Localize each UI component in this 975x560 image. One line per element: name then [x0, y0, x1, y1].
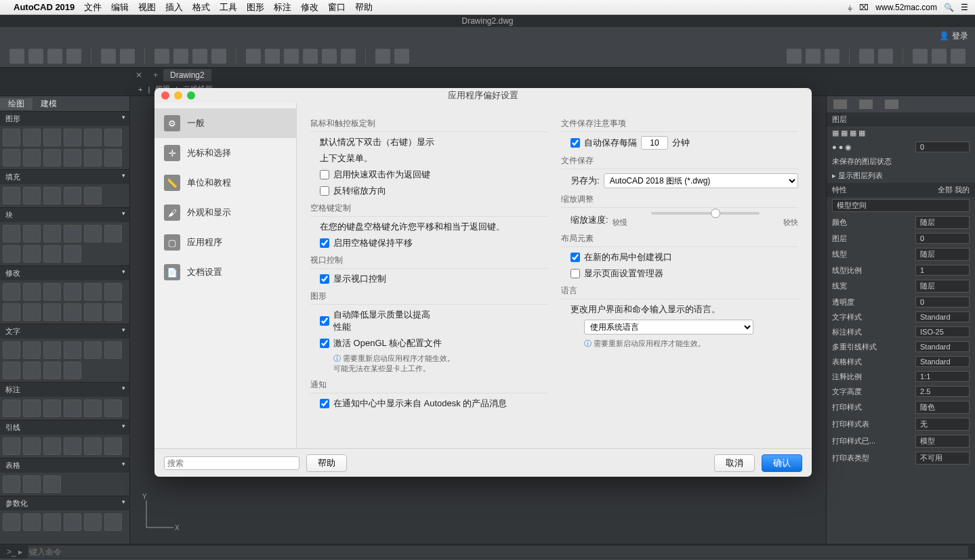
tool-icon[interactable] — [84, 283, 102, 301]
tool-r4-icon[interactable] — [859, 49, 874, 64]
rtab-icon[interactable] — [859, 100, 873, 109]
layer-zero[interactable]: ● ● ◉ — [832, 143, 852, 152]
tool-icon[interactable] — [104, 437, 122, 455]
tool-icon[interactable] — [104, 129, 122, 146]
cb-page-setup[interactable] — [571, 269, 580, 278]
tool-icon[interactable] — [23, 437, 41, 455]
tool-icon[interactable] — [84, 303, 102, 321]
tool-r3-icon[interactable] — [825, 49, 839, 64]
tool-new-icon[interactable] — [9, 49, 24, 64]
prop-val[interactable]: 2.5 — [915, 386, 970, 397]
layer-list-toggle[interactable]: ▸ 显示图层列表 — [832, 171, 883, 181]
tool-icon[interactable] — [64, 225, 81, 242]
tool-icon[interactable] — [84, 341, 102, 359]
tool-r6-icon[interactable] — [913, 49, 928, 64]
props-btn-my[interactable]: 我的 — [955, 186, 970, 194]
prop-val[interactable]: 随层 — [915, 280, 970, 293]
tool-icon[interactable] — [64, 245, 81, 263]
tool-icon[interactable] — [23, 225, 41, 242]
tool-icon[interactable] — [23, 475, 41, 493]
tool-paste2-icon[interactable] — [303, 49, 318, 64]
tool-icon[interactable] — [23, 362, 41, 379]
prop-val[interactable]: Standard — [915, 356, 970, 367]
tool-select-icon[interactable] — [375, 49, 390, 64]
tool-icon[interactable] — [43, 149, 61, 167]
new-tab-icon[interactable]: + — [148, 70, 163, 80]
tool-icon[interactable] — [64, 341, 81, 359]
cancel-button[interactable]: 取消 — [714, 454, 755, 472]
tool-icon[interactable] — [3, 225, 20, 242]
lsec-table[interactable]: 表格 — [0, 458, 129, 473]
tool-icon[interactable] — [3, 187, 20, 204]
tool-r2-icon[interactable] — [806, 49, 821, 64]
tool-icon[interactable] — [64, 400, 81, 417]
tool-icon[interactable] — [104, 513, 122, 531]
zoom-speed-slider[interactable] — [651, 212, 760, 215]
tool-icon[interactable] — [3, 149, 20, 167]
prop-val[interactable]: Standard — [915, 311, 970, 322]
tool-icon[interactable] — [43, 437, 61, 455]
props-btn-all[interactable]: 全部 — [938, 186, 953, 194]
lsec-fill[interactable]: 填充 — [0, 169, 129, 184]
tool-icon[interactable] — [84, 437, 102, 455]
prop-val[interactable]: 随色 — [915, 401, 970, 414]
prop-val[interactable]: 模型 — [915, 435, 970, 448]
lsec-leader[interactable]: 引线 — [0, 420, 129, 435]
tool-icon[interactable] — [3, 400, 20, 417]
tool-icon[interactable] — [23, 400, 41, 417]
menu-tools[interactable]: 工具 — [220, 1, 237, 14]
sidebar-item-doc[interactable]: 📄文档设置 — [154, 257, 296, 287]
prop-val[interactable]: 不可用 — [915, 452, 970, 465]
tool-print2-icon[interactable] — [173, 49, 188, 64]
tool-icon[interactable] — [3, 513, 20, 531]
tool-icon[interactable] — [43, 245, 61, 263]
cb-space-pan[interactable] — [320, 238, 329, 248]
tool-icon[interactable] — [23, 129, 41, 146]
command-input[interactable] — [28, 546, 968, 558]
menu-dim[interactable]: 标注 — [274, 1, 291, 14]
tool-icon[interactable] — [64, 303, 81, 321]
lsec-dim[interactable]: 标注 — [0, 382, 129, 397]
help-button[interactable]: 帮助 — [306, 454, 347, 472]
tool-icon[interactable] — [64, 437, 81, 455]
prefs-search-input[interactable] — [164, 456, 299, 470]
tool-icon[interactable] — [84, 225, 102, 242]
login-button[interactable]: 👤登录 — [939, 30, 968, 42]
tool-icon[interactable] — [23, 303, 41, 321]
viewtab-plus[interactable]: + — [133, 85, 148, 93]
menu-edit[interactable]: 编辑 — [111, 1, 129, 14]
saveas-format-select[interactable]: AutoCAD 2018 图纸 (*.dwg) — [604, 173, 798, 188]
tool-icon[interactable] — [104, 303, 122, 321]
tool-print3-icon[interactable] — [192, 49, 207, 64]
cb-opengl[interactable] — [320, 339, 329, 348]
tool-icon[interactable] — [43, 225, 61, 242]
wifi-icon[interactable]: ⏚ — [848, 3, 852, 12]
lsec-text[interactable]: 文字 — [0, 324, 129, 339]
rtab-icon[interactable] — [885, 100, 898, 109]
tool-icon[interactable] — [64, 187, 81, 204]
tool-icon[interactable] — [23, 149, 41, 167]
menu-modify[interactable]: 修改 — [301, 1, 318, 14]
menu-window[interactable]: 窗口 — [328, 1, 346, 14]
tool-icon[interactable] — [43, 341, 61, 359]
close-tab-icon[interactable]: ✕ — [130, 70, 148, 80]
tool-icon[interactable] — [3, 303, 20, 321]
cb-vp-controls[interactable] — [320, 274, 329, 284]
tool-icon[interactable] — [23, 187, 41, 204]
left-tab-draw[interactable]: 绘图 — [0, 98, 33, 110]
tool-icon[interactable] — [64, 513, 81, 531]
tool-r8-icon[interactable] — [951, 49, 966, 64]
tool-copy-icon[interactable] — [265, 49, 280, 64]
tool-icon[interactable] — [64, 149, 81, 167]
tool-icon[interactable] — [43, 475, 61, 493]
tool-paste-icon[interactable] — [284, 49, 299, 64]
tool-r1-icon[interactable] — [787, 49, 802, 64]
menu-view[interactable]: 视图 — [138, 1, 156, 14]
sidebar-item-look[interactable]: 🖌外观和显示 — [154, 198, 296, 228]
cb-create-vp[interactable] — [571, 253, 580, 262]
tool-paste3-icon[interactable] — [322, 49, 337, 64]
tool-save-icon[interactable] — [47, 49, 62, 64]
prop-val[interactable]: 1 — [915, 265, 970, 276]
tool-icon[interactable] — [43, 513, 61, 531]
cb-auto-quality[interactable] — [320, 316, 329, 326]
